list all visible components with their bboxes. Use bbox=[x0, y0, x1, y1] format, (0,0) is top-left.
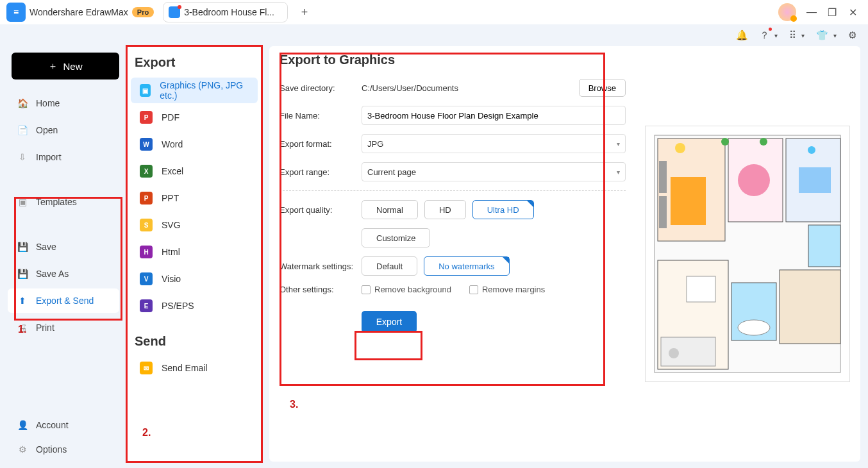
add-tab-button[interactable]: + bbox=[297, 6, 312, 19]
watermark-default[interactable]: Default bbox=[362, 256, 417, 276]
range-label: Export range: bbox=[280, 167, 362, 177]
bell-icon[interactable]: 🔔 bbox=[736, 29, 748, 41]
export-svg[interactable]: SSVG bbox=[131, 212, 258, 238]
options-icon: ⚙ bbox=[17, 444, 28, 455]
svg-point-14 bbox=[669, 348, 679, 358]
svg-rect-7 bbox=[659, 161, 667, 193]
remove-margins-checkbox[interactable]: Remove margins bbox=[469, 285, 545, 294]
export-visio[interactable]: VVisio bbox=[131, 266, 258, 292]
avatar-icon[interactable] bbox=[778, 3, 796, 21]
send-email[interactable]: ✉Send Email bbox=[131, 355, 258, 381]
nav-save[interactable]: 💾Save bbox=[8, 235, 119, 259]
templates-icon: ▣ bbox=[17, 196, 28, 208]
watermark-label: Watermark settings: bbox=[280, 262, 362, 271]
annotation-2: 2. bbox=[142, 427, 151, 439]
folder-icon: 📄 bbox=[17, 124, 28, 136]
maximize-button[interactable]: ❐ bbox=[827, 6, 837, 19]
visio-icon: V bbox=[140, 272, 153, 285]
svg-rect-6 bbox=[671, 177, 706, 225]
save-dir-value: C:/Users/User/Documents bbox=[362, 83, 458, 93]
document-icon bbox=[169, 6, 180, 18]
apps-icon[interactable]: ⠿ bbox=[789, 29, 796, 41]
toolbar-row: 🔔 ？ ▾ ⠿ ▾ 👕 ▾ ⚙ bbox=[0, 24, 868, 46]
svg-icon: S bbox=[140, 219, 153, 231]
checkbox-icon bbox=[362, 285, 371, 294]
export-form-panel: Export to Graphics Save directory: C:/Us… bbox=[269, 46, 860, 462]
export-graphics[interactable]: ▣Graphics (PNG, JPG etc.) bbox=[131, 78, 258, 103]
nav-import[interactable]: ⇩Import bbox=[8, 145, 119, 169]
sidebar: ＋ New 🏠Home 📄Open ⇩Import ▣Templates 💾Sa… bbox=[0, 46, 127, 468]
customize-button[interactable]: Customize bbox=[362, 228, 430, 247]
svg-point-4 bbox=[738, 164, 770, 196]
svg-rect-12 bbox=[687, 276, 715, 302]
chevron-down-icon: ▾ bbox=[774, 32, 778, 39]
gear-icon[interactable]: ⚙ bbox=[848, 29, 856, 41]
new-button[interactable]: ＋ New bbox=[12, 53, 119, 79]
browse-button[interactable]: Browse bbox=[579, 79, 626, 97]
close-button[interactable]: ✕ bbox=[847, 6, 858, 19]
chevron-down-icon: ▾ bbox=[801, 32, 805, 39]
range-select[interactable]: Current page▾ bbox=[362, 162, 626, 181]
svg-point-19 bbox=[675, 143, 685, 153]
export-pseps[interactable]: EPS/EPS bbox=[131, 293, 258, 319]
html-icon: H bbox=[140, 246, 153, 258]
minimize-button[interactable]: — bbox=[806, 6, 817, 18]
nav-home[interactable]: 🏠Home bbox=[8, 91, 119, 115]
import-icon: ⇩ bbox=[17, 151, 28, 163]
pro-badge: Pro bbox=[132, 7, 154, 17]
export-button[interactable]: Export bbox=[362, 311, 417, 333]
nav-open[interactable]: 📄Open bbox=[8, 118, 119, 142]
help-icon[interactable]: ？ bbox=[760, 29, 769, 42]
remove-bg-checkbox[interactable]: Remove background bbox=[362, 285, 451, 294]
nav-templates[interactable]: ▣Templates bbox=[8, 190, 119, 214]
word-icon: W bbox=[140, 138, 153, 151]
checkbox-icon bbox=[469, 285, 478, 294]
app-name: Wondershare EdrawMax bbox=[29, 7, 128, 17]
export-html[interactable]: HHtml bbox=[131, 239, 258, 265]
ppt-icon: P bbox=[140, 192, 153, 205]
svg-rect-8 bbox=[659, 196, 667, 228]
export-ppt[interactable]: PPPT bbox=[131, 185, 258, 211]
floorplan-preview-icon bbox=[651, 132, 844, 376]
nav-account[interactable]: 👤Account bbox=[8, 413, 119, 437]
annotation-box-3 bbox=[280, 53, 605, 386]
annotation-3: 3. bbox=[290, 399, 298, 410]
file-name-input[interactable] bbox=[362, 106, 626, 125]
export-pdf[interactable]: PPDF bbox=[131, 104, 258, 130]
pdf-icon: P bbox=[140, 111, 153, 124]
nav-options[interactable]: ⚙Options bbox=[8, 437, 119, 462]
preview-thumbnail bbox=[645, 126, 850, 382]
svg-point-16 bbox=[738, 320, 770, 335]
save-dir-label: Save directory: bbox=[280, 83, 362, 93]
export-list-panel: Export ▣Graphics (PNG, JPG etc.) PPDF WW… bbox=[127, 46, 262, 462]
plus-icon: ＋ bbox=[48, 60, 58, 72]
eps-icon: E bbox=[140, 299, 153, 312]
save-icon: 💾 bbox=[17, 241, 28, 253]
export-word[interactable]: WWord bbox=[131, 131, 258, 157]
format-select[interactable]: JPG▾ bbox=[362, 134, 626, 153]
new-label: New bbox=[63, 61, 82, 72]
watermark-none[interactable]: No watermarks bbox=[424, 256, 509, 276]
export-icon: ⬆ bbox=[17, 295, 28, 306]
quality-normal[interactable]: Normal bbox=[362, 200, 418, 219]
saveas-icon: 💾 bbox=[17, 268, 28, 280]
excel-icon: X bbox=[140, 165, 153, 178]
export-excel[interactable]: XExcel bbox=[131, 158, 258, 184]
quality-label: Export quality: bbox=[280, 205, 362, 215]
shirt-icon[interactable]: 👕 bbox=[816, 29, 828, 41]
tab-label: 3-Bedroom House Fl... bbox=[184, 7, 274, 17]
chevron-down-icon: ▾ bbox=[617, 169, 620, 176]
document-tab[interactable]: 3-Bedroom House Fl... bbox=[163, 2, 288, 22]
annotation-1: 1. bbox=[18, 324, 26, 335]
send-title: Send bbox=[127, 320, 262, 354]
quality-ultra-hd[interactable]: Ultra HD bbox=[472, 200, 534, 219]
other-label: Other settings: bbox=[280, 285, 362, 294]
format-label: Export format: bbox=[280, 139, 362, 149]
chevron-down-icon: ▾ bbox=[833, 32, 837, 39]
home-icon: 🏠 bbox=[17, 97, 28, 109]
nav-save-as[interactable]: 💾Save As bbox=[8, 262, 119, 286]
svg-point-18 bbox=[760, 138, 767, 146]
svg-rect-5 bbox=[799, 167, 831, 193]
quality-hd[interactable]: HD bbox=[424, 200, 466, 219]
nav-export-send[interactable]: ⬆Export & Send bbox=[8, 288, 119, 313]
